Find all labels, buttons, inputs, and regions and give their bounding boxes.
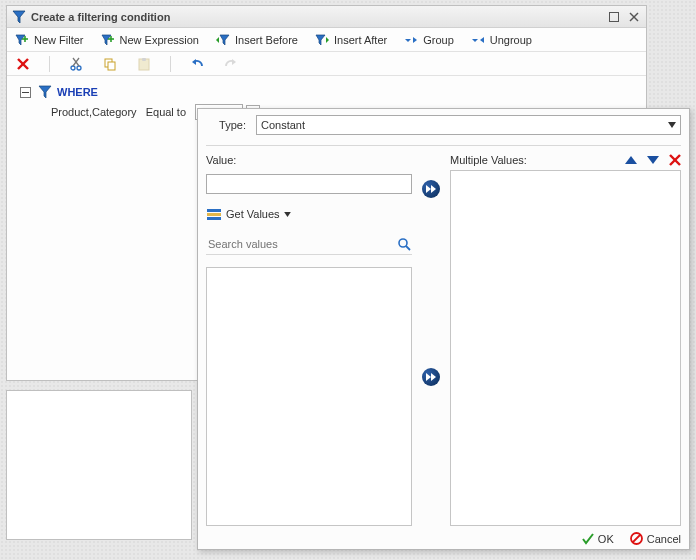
svg-marker-44 — [431, 373, 436, 381]
svg-marker-45 — [625, 156, 637, 164]
filter-app-icon — [11, 9, 27, 25]
copy-button[interactable] — [102, 56, 118, 72]
new-filter-label: New Filter — [34, 34, 84, 46]
svg-marker-13 — [326, 37, 329, 43]
collapse-icon[interactable] — [17, 84, 33, 100]
svg-marker-10 — [220, 35, 229, 45]
type-select[interactable]: Constant — [256, 115, 681, 135]
svg-point-39 — [399, 239, 407, 247]
maximize-button[interactable] — [606, 10, 622, 24]
svg-rect-36 — [207, 213, 221, 216]
type-label: Type: — [206, 119, 246, 131]
delete-button[interactable] — [15, 56, 31, 72]
svg-rect-37 — [207, 217, 221, 220]
close-button[interactable] — [626, 10, 642, 24]
move-down-button[interactable] — [647, 156, 659, 164]
insert-after-label: Insert After — [334, 34, 387, 46]
new-expression-label: New Expression — [120, 34, 199, 46]
svg-marker-4 — [16, 35, 25, 45]
ok-button[interactable]: OK — [582, 532, 614, 545]
svg-marker-34 — [668, 122, 676, 128]
value-editor-popup: Type: Constant Value: Get Values — [197, 108, 690, 550]
svg-line-40 — [406, 246, 410, 250]
svg-marker-41 — [426, 185, 431, 193]
popup-footer: OK Cancel — [206, 526, 681, 545]
edit-toolbar — [7, 52, 646, 76]
cancel-label: Cancel — [647, 533, 681, 545]
titlebar: Create a filtering condition — [7, 6, 646, 28]
ungroup-icon — [470, 32, 486, 48]
insert-before-icon — [215, 32, 231, 48]
popup-body: Value: Get Values — [206, 154, 681, 526]
svg-rect-25 — [108, 62, 115, 70]
where-node[interactable]: WHERE — [17, 84, 636, 100]
svg-marker-12 — [316, 35, 325, 45]
svg-line-50 — [632, 535, 640, 543]
type-row: Type: Constant — [206, 115, 681, 135]
svg-marker-7 — [102, 35, 111, 45]
chevron-down-icon — [668, 122, 676, 128]
svg-marker-38 — [284, 212, 291, 217]
insert-after-icon — [314, 32, 330, 48]
value-column: Value: Get Values — [206, 154, 412, 526]
multiple-values-header: Multiple Values: — [450, 154, 681, 166]
new-expression-icon — [100, 32, 116, 48]
get-values-label: Get Values — [226, 208, 280, 220]
group-button[interactable]: Group — [400, 30, 457, 50]
check-icon — [582, 533, 594, 545]
selected-values-list[interactable] — [450, 170, 681, 526]
toolbar-divider — [49, 56, 50, 72]
svg-marker-11 — [216, 37, 219, 43]
ungroup-button[interactable]: Ungroup — [467, 30, 535, 50]
condition-operator: Equal to — [146, 106, 186, 118]
available-values-list[interactable] — [206, 267, 412, 526]
svg-rect-1 — [610, 12, 619, 21]
undo-button[interactable] — [189, 56, 205, 72]
search-row — [206, 236, 412, 255]
type-select-value: Constant — [261, 119, 305, 131]
where-label: WHERE — [57, 86, 98, 98]
toolbar-divider — [170, 56, 171, 72]
add-all-button[interactable] — [422, 368, 440, 386]
get-values-button[interactable]: Get Values — [206, 206, 412, 222]
paste-button[interactable] — [136, 56, 152, 72]
svg-rect-27 — [142, 58, 146, 61]
add-value-button[interactable] — [422, 180, 440, 198]
svg-marker-28 — [192, 59, 196, 65]
new-expression-button[interactable]: New Expression — [97, 30, 202, 50]
group-label: Group — [423, 34, 454, 46]
svg-marker-43 — [426, 373, 431, 381]
svg-rect-35 — [207, 209, 221, 212]
new-filter-button[interactable]: New Filter — [11, 30, 87, 50]
svg-marker-14 — [405, 39, 411, 42]
search-input[interactable] — [206, 237, 396, 251]
multiple-values-label: Multiple Values: — [450, 154, 527, 166]
window-title: Create a filtering condition — [31, 11, 602, 23]
filter-node-icon — [37, 84, 53, 100]
svg-marker-16 — [472, 39, 478, 42]
search-icon[interactable] — [396, 236, 412, 252]
multiple-values-column: Multiple Values: — [450, 154, 681, 526]
ok-label: OK — [598, 533, 614, 545]
divider — [206, 145, 681, 146]
svg-point-21 — [77, 66, 81, 70]
move-up-button[interactable] — [625, 156, 637, 164]
condition-field: Product,Category — [51, 106, 137, 118]
cut-button[interactable] — [68, 56, 84, 72]
secondary-panel — [6, 390, 192, 540]
value-input[interactable] — [206, 174, 412, 194]
insert-before-button[interactable]: Insert Before — [212, 30, 301, 50]
value-label: Value: — [206, 154, 412, 166]
cancel-button[interactable]: Cancel — [630, 532, 681, 545]
remove-value-button[interactable] — [669, 154, 681, 166]
ungroup-label: Ungroup — [490, 34, 532, 46]
redo-button[interactable] — [223, 56, 239, 72]
svg-marker-29 — [232, 59, 236, 65]
insert-after-button[interactable]: Insert After — [311, 30, 390, 50]
svg-marker-0 — [13, 11, 25, 23]
get-values-icon — [206, 206, 222, 222]
new-filter-icon — [14, 32, 30, 48]
svg-marker-46 — [647, 156, 659, 164]
svg-point-20 — [71, 66, 75, 70]
svg-marker-32 — [39, 86, 51, 98]
